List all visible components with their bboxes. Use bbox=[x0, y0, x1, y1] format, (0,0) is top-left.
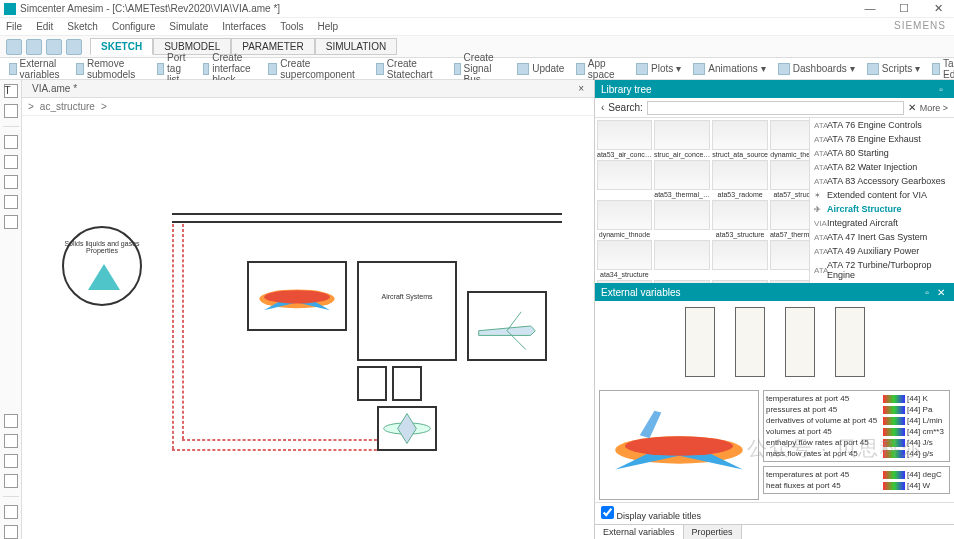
library-thumbnail[interactable]: dynamic_therm… bbox=[770, 120, 809, 158]
library-thumbnail[interactable] bbox=[654, 240, 710, 278]
variable-row[interactable]: pressures at port 45[44] Pa bbox=[766, 404, 947, 415]
menu-file[interactable]: File bbox=[6, 21, 22, 32]
menu-sketch[interactable]: Sketch bbox=[67, 21, 98, 32]
btn-scripts[interactable]: Scripts▾ bbox=[864, 63, 924, 75]
menu-help[interactable]: Help bbox=[317, 21, 338, 32]
arrow-tool-icon[interactable] bbox=[4, 155, 18, 169]
library-thumbnail[interactable]: ata53_thermal_… bbox=[654, 160, 710, 198]
aircraft-preview[interactable] bbox=[599, 390, 759, 500]
panel-pin-icon[interactable]: ▫ bbox=[920, 287, 934, 298]
port-block[interactable] bbox=[835, 307, 865, 377]
ellipse-tool-icon[interactable] bbox=[4, 195, 18, 209]
library-thumbnail[interactable]: struc_air_conce… bbox=[654, 120, 710, 158]
library-tree-header[interactable]: Library tree ▫ bbox=[595, 80, 954, 98]
btn-create-statechart[interactable]: Create Statechart bbox=[373, 58, 440, 80]
menu-simulate[interactable]: Simulate bbox=[169, 21, 208, 32]
port-block[interactable] bbox=[785, 307, 815, 377]
btn-animations[interactable]: Animations▾ bbox=[690, 63, 768, 75]
sub-block-2[interactable] bbox=[392, 366, 422, 401]
zoom-area-icon[interactable] bbox=[4, 474, 18, 488]
btn-dashboards[interactable]: Dashboards▾ bbox=[775, 63, 858, 75]
text-tool-icon[interactable]: T bbox=[4, 84, 18, 98]
tree-item[interactable]: ATAATA 78 Engine Exhaust bbox=[810, 132, 954, 146]
zoom-out-icon[interactable] bbox=[4, 454, 18, 468]
btn-table-editor[interactable]: Table Editor bbox=[929, 58, 954, 80]
library-thumbnail[interactable]: ata34_structure bbox=[597, 240, 652, 278]
variable-row[interactable]: temperatures at port 45[44] K bbox=[766, 393, 947, 404]
library-thumbnail[interactable]: ata53_structure bbox=[712, 200, 768, 238]
library-thumbnail[interactable] bbox=[597, 160, 652, 198]
tree-item[interactable]: ATAATA 82 Water Injection bbox=[810, 160, 954, 174]
tab-close-button[interactable]: × bbox=[574, 83, 588, 94]
variable-row[interactable]: volumes at port 45[44] cm**3 bbox=[766, 426, 947, 437]
toolbar-icon[interactable] bbox=[26, 39, 42, 55]
document-tab[interactable]: VIA.ame * × bbox=[22, 80, 594, 98]
breadcrumb[interactable]: > ac_structure > bbox=[22, 98, 594, 116]
btn-create-supercomponent[interactable]: Create supercomponent bbox=[265, 58, 361, 80]
variable-row[interactable]: derivatives of volume at port 45[44] L/m… bbox=[766, 415, 947, 426]
btn-remove-submodels[interactable]: Remove submodels bbox=[73, 58, 142, 80]
btn-external-variables[interactable]: External variables bbox=[6, 58, 67, 80]
sub-block-1[interactable] bbox=[357, 366, 387, 401]
menu-tools[interactable]: Tools bbox=[280, 21, 303, 32]
library-thumbnail[interactable]: struct_ata_source bbox=[712, 120, 768, 158]
variable-row[interactable]: heat fluxes at port 45[44] W bbox=[766, 480, 947, 491]
fit-icon[interactable] bbox=[4, 414, 18, 428]
mode-tab-sketch[interactable]: SKETCH bbox=[90, 38, 153, 55]
tree-item[interactable]: VIAIntegrated Aircraft bbox=[810, 216, 954, 230]
grid-icon[interactable] bbox=[4, 525, 18, 539]
line-tool-icon[interactable] bbox=[4, 135, 18, 149]
btn-plots[interactable]: Plots▾ bbox=[633, 63, 684, 75]
btn-app-space[interactable]: App space bbox=[573, 58, 621, 80]
variable-row[interactable]: mass flow rates at port 45[44] g/s bbox=[766, 448, 947, 459]
tab-external-variables[interactable]: External variables bbox=[595, 525, 684, 539]
tab-properties[interactable]: Properties bbox=[684, 525, 742, 539]
port-block[interactable] bbox=[685, 307, 715, 377]
image-tool-icon[interactable] bbox=[4, 104, 18, 118]
tree-item[interactable]: ATAATA 47 Inert Gas System bbox=[810, 230, 954, 244]
aircraft-sketch-block[interactable] bbox=[467, 291, 547, 361]
minimize-button[interactable]: — bbox=[858, 2, 882, 15]
menu-edit[interactable]: Edit bbox=[36, 21, 53, 32]
external-variables-header[interactable]: External variables ▫ ✕ bbox=[595, 283, 954, 301]
close-button[interactable]: ✕ bbox=[926, 2, 950, 15]
port-block[interactable] bbox=[735, 307, 765, 377]
zoom-in-icon[interactable] bbox=[4, 434, 18, 448]
library-thumbnail[interactable]: ata53_radome bbox=[712, 160, 768, 198]
properties-block[interactable]: Solids liquids and gases Properties bbox=[62, 226, 142, 306]
tree-item[interactable]: ATAATA 72 Turbine/Turboprop Engine bbox=[810, 258, 954, 282]
toolbar-icon[interactable] bbox=[46, 39, 62, 55]
library-thumbnail[interactable]: ata57_thermal_… bbox=[770, 200, 809, 238]
mode-tab-simulation[interactable]: SIMULATION bbox=[315, 38, 397, 55]
tree-item[interactable]: ✶Extended content for VIA bbox=[810, 188, 954, 202]
tree-item[interactable]: ATAATA 49 Auxiliary Power bbox=[810, 244, 954, 258]
aircraft-block[interactable] bbox=[247, 261, 347, 331]
variable-row[interactable]: temperatures at port 45[44] degC bbox=[766, 469, 947, 480]
library-thumbnail[interactable]: ata53_air_conc… bbox=[597, 120, 652, 158]
library-thumbnail[interactable] bbox=[654, 200, 710, 238]
polygon-tool-icon[interactable] bbox=[4, 215, 18, 229]
chevron-left-icon[interactable]: ‹ bbox=[601, 102, 604, 113]
display-titles-checkbox[interactable] bbox=[601, 506, 614, 519]
menu-interfaces[interactable]: Interfaces bbox=[222, 21, 266, 32]
aircraft-topview-block[interactable] bbox=[377, 406, 437, 451]
variable-row[interactable]: enthalpy flow rates at port 45[44] J/s bbox=[766, 437, 947, 448]
library-thumbnail[interactable]: ata57_structure bbox=[770, 160, 809, 198]
menu-configure[interactable]: Configure bbox=[112, 21, 155, 32]
library-tree[interactable]: ATAATA 76 Engine ControlsATAATA 78 Engin… bbox=[809, 118, 954, 283]
panel-pin-icon[interactable]: ▫ bbox=[934, 84, 948, 95]
sketch-canvas[interactable]: Solids liquids and gases Properties Airc… bbox=[22, 116, 594, 539]
maximize-button[interactable]: ☐ bbox=[892, 2, 916, 15]
toolbar-icon[interactable] bbox=[6, 39, 22, 55]
tree-item[interactable]: ✈Aircraft Structure bbox=[810, 202, 954, 216]
breadcrumb-item[interactable]: ac_structure bbox=[40, 101, 95, 112]
library-thumbnail[interactable] bbox=[712, 240, 768, 278]
birdseye-icon[interactable] bbox=[4, 505, 18, 519]
rect-tool-icon[interactable] bbox=[4, 175, 18, 189]
btn-update[interactable]: Update bbox=[514, 63, 567, 75]
tree-item[interactable]: ATAATA 80 Starting bbox=[810, 146, 954, 160]
more-button[interactable]: More > bbox=[920, 103, 948, 113]
panel-close-icon[interactable]: ✕ bbox=[934, 287, 948, 298]
library-thumbnails[interactable]: ata53_air_conc…struc_air_conce…struct_at… bbox=[595, 118, 809, 283]
aircraft-systems-block[interactable]: Aircraft Systems bbox=[357, 261, 457, 361]
